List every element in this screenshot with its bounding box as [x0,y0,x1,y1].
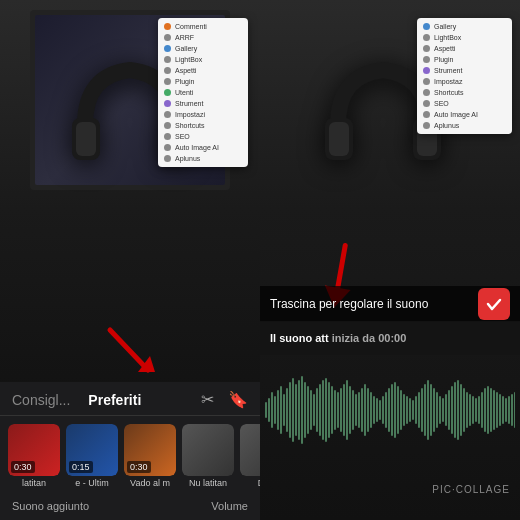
tab-preferiti[interactable]: Preferiti [88,392,141,408]
waveform-bar [439,396,441,424]
waveform-bar [286,388,288,432]
bookmark-icon[interactable]: 🔖 [228,390,248,409]
track-thumb-4[interactable] [240,424,260,476]
waveform-bar [415,396,417,424]
waveform-bar [364,384,366,436]
waveform-bar [406,396,408,424]
dropdown-menu-left: Commenti ARRF Gallery LightBox Aspetti P… [158,18,248,167]
track-cover-3 [182,424,234,476]
waveform-bar [430,384,432,436]
rmenu-item-gallery[interactable]: Gallery [417,21,512,32]
volume-label: Volume [211,500,248,512]
rmenu-item-impostaz[interactable]: Impostaz [417,76,512,87]
rmenu-item-autoimageai[interactable]: Auto Image AI [417,109,512,120]
track-thumb-1[interactable]: 0:15 [66,424,118,476]
menu-item-impostaz[interactable]: Impostazi [158,109,248,120]
menu-icon-aspetti [164,67,171,74]
track-duration-0: 0:30 [11,461,35,473]
waveform-bar [469,394,471,426]
menu-icon-seo [164,133,171,140]
menu-item-shortcuts[interactable]: Shortcuts [158,120,248,131]
menu-item-utenti[interactable]: Utenti [158,87,248,98]
waveform-bar [481,392,483,428]
rmenu-item-seo[interactable]: SEO [417,98,512,109]
tab-icons: ✂ 🔖 [201,390,248,409]
waveform-bar [358,392,360,428]
track-thumb-3[interactable] [182,424,234,476]
menu-icon-utenti [164,89,171,96]
track-label-3: Nu latitan [189,476,227,492]
waveform-bar [475,398,477,422]
waveform-bar [301,376,303,444]
dropdown-menu-right: Gallery LightBox Aspetti Plugin Strument… [417,18,512,134]
waveform-bar [322,380,324,440]
rmenu-item-shortcuts[interactable]: Shortcuts [417,87,512,98]
rmenu-icon-aspetti [423,45,430,52]
rmenu-item-strumenti[interactable]: Strument [417,65,512,76]
waveform [265,370,515,450]
menu-item-commenti[interactable]: Commenti [158,21,248,32]
waveform-bar [418,392,420,428]
waveform-bar [283,394,285,426]
menu-icon-strumenti [164,100,171,107]
pic-collage-watermark: PIC·COLLAGE [432,484,510,495]
menu-item-seo[interactable]: SEO [158,131,248,142]
waveform-bar [400,390,402,430]
waveform-bar [409,398,411,422]
menu-icon-autoimageai [164,144,171,151]
menu-item-strumenti[interactable]: Strument [158,98,248,109]
menu-item-arrf[interactable]: ARRF [158,32,248,43]
track-label-4: Don [258,476,260,492]
menu-item-lightbox[interactable]: LightBox [158,54,248,65]
rmenu-icon-plugin [423,56,430,63]
menu-icon-arrf [164,34,171,41]
menu-icon-aplunus [164,155,171,162]
waveform-bar [478,396,480,424]
track-col-0: 0:30 latitan [8,424,60,492]
waveform-bar [352,390,354,430]
menu-item-gallery[interactable]: Gallery [158,43,248,54]
waveform-bar [376,398,378,422]
waveform-bar [388,388,390,432]
menu-icon-commenti [164,23,171,30]
waveform-bar [379,400,381,420]
sound-info-bar: Il suono att inizia da 00:00 [260,321,520,355]
rmenu-item-lightbox[interactable]: LightBox [417,32,512,43]
waveform-bar [316,388,318,432]
red-arrow-left [100,320,160,380]
menu-item-plugin[interactable]: Plugin [158,76,248,87]
waveform-bar [298,380,300,440]
bottom-status: Suono aggiunto Volume [0,496,260,520]
waveform-bar [268,398,270,422]
waveform-bar [466,392,468,428]
waveform-bar [310,390,312,430]
rmenu-item-aplunus[interactable]: Aplunus [417,120,512,131]
rmenu-icon-gallery [423,23,430,30]
svg-line-4 [110,330,148,370]
waveform-bar [373,396,375,424]
menu-item-autoimageai[interactable]: Auto Image AI [158,142,248,153]
waveform-bar [424,384,426,436]
waveform-bar [427,380,429,440]
waveform-bar [367,388,369,432]
menu-item-aspetti[interactable]: Aspetti [158,65,248,76]
waveform-area[interactable] [260,355,520,465]
track-thumb-0[interactable]: 0:30 [8,424,60,476]
waveform-bar [382,396,384,424]
track-cover-4 [240,424,260,476]
track-thumb-2[interactable]: 0:30 [124,424,176,476]
waveform-bar [265,402,267,418]
rmenu-item-plugin[interactable]: Plugin [417,54,512,65]
track-col-3: Nu latitan [182,424,234,492]
track-duration-2: 0:30 [127,461,151,473]
waveform-bar [508,396,510,424]
waveform-bar [349,386,351,434]
drag-bar-check-button[interactable] [478,288,510,320]
waveform-bar [385,392,387,428]
tab-consigliati[interactable]: Consigl... [12,392,70,408]
scissors-icon[interactable]: ✂ [201,390,214,409]
waveform-bar [496,392,498,428]
waveform-bar [394,382,396,438]
menu-item-aplunus[interactable]: Aplunus [158,153,248,164]
rmenu-item-aspetti[interactable]: Aspetti [417,43,512,54]
